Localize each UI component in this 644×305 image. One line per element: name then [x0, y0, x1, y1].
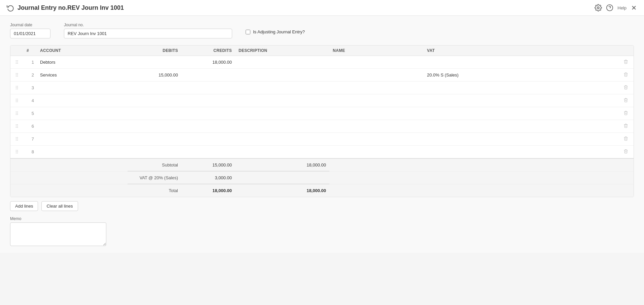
row-debits[interactable]: 15,000.00: [128, 69, 181, 82]
drag-handle[interactable]: ⠿: [10, 56, 23, 69]
journal-table: # ACCOUNT DEBITS CREDITS DESCRIPTION NAM…: [10, 45, 634, 197]
row-debits[interactable]: [128, 94, 181, 107]
row-account[interactable]: [37, 146, 128, 159]
memo-textarea[interactable]: [10, 222, 106, 246]
row-vat[interactable]: [424, 56, 618, 69]
row-vat[interactable]: 20.0% S (Sales): [424, 69, 618, 82]
adjusting-checkbox-group: Is Adjusting Journal Entry?: [246, 29, 305, 34]
row-credits[interactable]: 18,000.00: [181, 56, 235, 69]
row-credits[interactable]: [181, 133, 235, 146]
col-header-name: NAME: [329, 45, 424, 56]
table-row: ⠿ 4: [10, 94, 634, 107]
add-lines-button[interactable]: Add lines: [10, 201, 38, 211]
row-description[interactable]: [235, 94, 329, 107]
row-description[interactable]: [235, 82, 329, 94]
row-description[interactable]: [235, 133, 329, 146]
adjusting-label: Is Adjusting Journal Entry?: [253, 29, 305, 34]
row-name[interactable]: [329, 56, 424, 69]
row-account[interactable]: [37, 120, 128, 133]
total-credits: 18,000.00: [235, 184, 329, 197]
row-debits[interactable]: [128, 82, 181, 94]
row-name[interactable]: [329, 107, 424, 120]
row-account[interactable]: [37, 94, 128, 107]
journal-no-input[interactable]: [64, 29, 232, 38]
row-vat[interactable]: [424, 94, 618, 107]
total-spacer: [329, 184, 634, 197]
row-number: 6: [23, 120, 37, 133]
row-credits[interactable]: [181, 107, 235, 120]
row-vat[interactable]: [424, 120, 618, 133]
vat-row: VAT @ 20% (Sales) 3,000.00: [10, 171, 634, 184]
drag-handle[interactable]: ⠿: [10, 107, 23, 120]
help-label: Help: [617, 5, 627, 10]
row-account[interactable]: Services: [37, 69, 128, 82]
row-account[interactable]: [37, 82, 128, 94]
settings-icon[interactable]: [595, 4, 602, 11]
row-vat[interactable]: [424, 107, 618, 120]
row-name[interactable]: [329, 94, 424, 107]
journal-date-input[interactable]: [10, 29, 50, 38]
subtotals-section: Subtotal 15,000.00 18,000.00 VAT @ 20% (…: [10, 158, 634, 197]
row-description[interactable]: [235, 120, 329, 133]
vat-credits: [235, 171, 329, 184]
drag-handle[interactable]: ⠿: [10, 94, 23, 107]
delete-row-button[interactable]: [621, 135, 630, 143]
row-description[interactable]: [235, 69, 329, 82]
journal-date-group: Journal date: [10, 23, 50, 38]
row-name[interactable]: [329, 69, 424, 82]
drag-handle[interactable]: ⠿: [10, 120, 23, 133]
row-credits[interactable]: [181, 69, 235, 82]
row-credits[interactable]: [181, 94, 235, 107]
delete-row-button[interactable]: [621, 123, 630, 130]
row-debits[interactable]: [128, 146, 181, 159]
row-vat[interactable]: [424, 133, 618, 146]
row-credits[interactable]: [181, 120, 235, 133]
row-delete-cell: [618, 120, 634, 133]
row-debits[interactable]: [128, 56, 181, 69]
row-number: 2: [23, 69, 37, 82]
row-credits[interactable]: [181, 146, 235, 159]
delete-row-button[interactable]: [621, 84, 630, 91]
subtotal-label-spacer: [10, 158, 128, 171]
table-row: ⠿ 5: [10, 107, 634, 120]
row-vat[interactable]: [424, 82, 618, 94]
row-account[interactable]: [37, 107, 128, 120]
row-debits[interactable]: [128, 107, 181, 120]
delete-row-button[interactable]: [621, 71, 630, 79]
row-description[interactable]: [235, 107, 329, 120]
row-vat[interactable]: [424, 146, 618, 159]
col-header-description: DESCRIPTION: [235, 45, 329, 56]
row-account[interactable]: [37, 133, 128, 146]
row-debits[interactable]: [128, 120, 181, 133]
delete-row-button[interactable]: [621, 97, 630, 104]
row-name[interactable]: [329, 82, 424, 94]
row-name[interactable]: [329, 133, 424, 146]
close-icon[interactable]: [631, 4, 637, 11]
delete-row-button[interactable]: [621, 110, 630, 117]
memo-section: Memo: [10, 216, 634, 246]
delete-row-button[interactable]: [621, 59, 630, 66]
drag-handle[interactable]: ⠿: [10, 133, 23, 146]
row-account[interactable]: Debtors: [37, 56, 128, 69]
row-description[interactable]: [235, 56, 329, 69]
subtotal-credits: 18,000.00: [235, 158, 329, 171]
clear-all-lines-button[interactable]: Clear all lines: [41, 201, 78, 211]
col-header-drag: [10, 45, 23, 56]
drag-handle[interactable]: ⠿: [10, 146, 23, 159]
table-row: ⠿ 2 Services 15,000.00 20.0% S (Sales): [10, 69, 634, 82]
row-delete-cell: [618, 69, 634, 82]
row-debits[interactable]: [128, 133, 181, 146]
drag-handle[interactable]: ⠿: [10, 69, 23, 82]
delete-row-button[interactable]: [621, 148, 630, 155]
row-credits[interactable]: [181, 82, 235, 94]
drag-handle[interactable]: ⠿: [10, 82, 23, 94]
row-description[interactable]: [235, 146, 329, 159]
row-name[interactable]: [329, 120, 424, 133]
row-name[interactable]: [329, 146, 424, 159]
svg-point-0: [598, 7, 600, 9]
total-debits: 18,000.00: [181, 184, 235, 197]
subtotal-debits: 15,000.00: [181, 158, 235, 171]
help-icon[interactable]: [606, 4, 613, 11]
adjusting-checkbox[interactable]: [246, 30, 250, 34]
refresh-icon: [7, 4, 14, 11]
